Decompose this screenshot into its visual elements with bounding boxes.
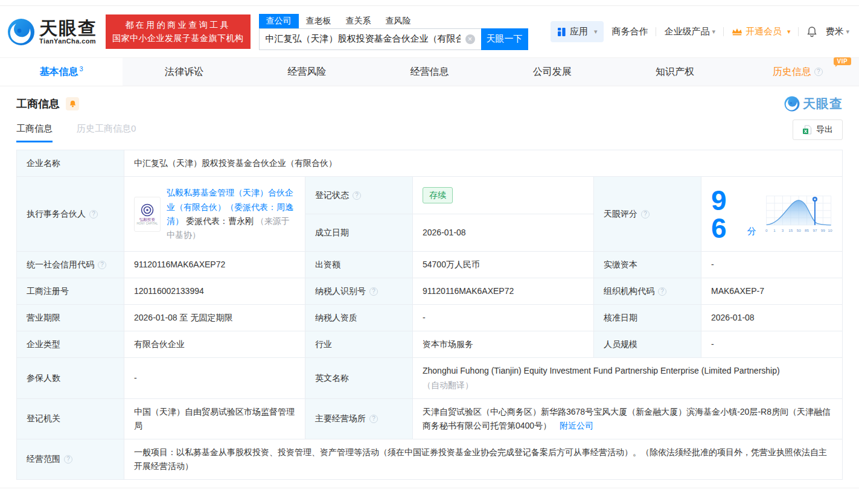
logo-text: 天眼查: [39, 19, 97, 38]
table-row: 参保人数 - 英文名称 Zhonghui Fuhong (Tianjin) Eq…: [17, 358, 843, 398]
tianyancha-logo[interactable]: 天眼查 TianYanCha.com: [7, 18, 97, 46]
org-code-value: MAK6AXEP-7: [701, 278, 843, 305]
logo-subtext: TianYanCha.com: [39, 37, 97, 45]
taxpayer-no-value: 91120116MAK6AXEP72: [413, 278, 594, 305]
score-help-icon[interactable]: [641, 210, 650, 219]
org-code-help-icon[interactable]: [658, 287, 666, 296]
premises-text: 天津自贸试验区（中心商务区）新华路3678号宝风大厦（新金融大厦）滨海基金小镇-…: [423, 407, 831, 430]
nav-divider: [656, 27, 656, 36]
premises-label: 主要经营场所: [305, 398, 413, 439]
premises-help-icon[interactable]: [369, 415, 378, 423]
tab-history-info[interactable]: VIP 历史信息: [736, 58, 859, 86]
top-divider: [0, 0, 859, 6]
tab-basic-info-label: 基本信息: [40, 66, 78, 78]
reg-no-value: 120116002133994: [124, 278, 305, 305]
slogan-line-2: 国家中小企业发展子基金旗下机构: [112, 32, 244, 45]
tab-legal-proceedings[interactable]: 法律诉讼: [123, 58, 245, 86]
managing-partner-label: 执行事务合伙人: [17, 177, 124, 252]
scope-label: 经营范围: [17, 439, 124, 479]
business-cooperation-link[interactable]: 商务合作: [612, 26, 648, 37]
svg-text:1: 1: [773, 228, 776, 232]
vip-badge: VIP: [834, 57, 852, 65]
company-type-label: 企业类型: [17, 331, 124, 358]
established-label: 成立日期: [305, 214, 413, 252]
search-button[interactable]: 天眼一下: [481, 28, 528, 50]
search-tab-boss[interactable]: 查老板: [299, 14, 339, 28]
svg-text:100: 100: [828, 228, 832, 232]
export-label: 导出: [816, 124, 833, 135]
org-code-label: 组织机构代码: [594, 278, 701, 305]
search-input[interactable]: [259, 28, 481, 50]
staff-size-label: 人员规模: [594, 331, 701, 358]
search-area: 查公司 查老板 查关系 查风险 天眼一下: [259, 14, 528, 50]
org-code-label-text: 组织机构代码: [604, 286, 654, 296]
registry-value: 中国（天津）自由贸易试验区市场监督管理局: [124, 398, 305, 439]
tab-operating-info[interactable]: 经营信息: [368, 58, 491, 86]
credit-code-label: 统一社会信用代码: [17, 252, 124, 278]
scope-help-icon[interactable]: [64, 455, 72, 464]
table-row: 统一社会信用代码 91120116MAK6AXEP72 出资额 54700万人民…: [17, 252, 843, 278]
status-badge: 存续: [423, 187, 453, 203]
tab-basic-info[interactable]: 基本信息3: [0, 58, 123, 86]
insured-value: -: [124, 358, 305, 398]
apps-label: 应用: [570, 26, 588, 37]
tab-intellectual-property[interactable]: 知识产权: [613, 58, 736, 86]
tianyancha-logo-icon: [7, 18, 35, 46]
svg-text:15: 15: [788, 228, 793, 232]
section-title: 工商信息: [16, 97, 60, 111]
tab-ip-label: 知识产权: [656, 66, 694, 78]
score-value: 96: [711, 187, 739, 242]
user-menu[interactable]: 费米: [825, 26, 849, 37]
company-type-value: 有限合伙企业: [124, 331, 305, 358]
premises-label-text: 主要经营场所: [315, 413, 366, 423]
term-label: 营业期限: [17, 305, 124, 331]
established-value: 2026-01-08: [413, 214, 594, 252]
nearby-companies-link[interactable]: 附近公司: [560, 421, 593, 430]
clear-search-icon[interactable]: [465, 34, 475, 44]
svg-text:50: 50: [796, 228, 800, 232]
subscribe-bell-icon: [69, 100, 77, 108]
status-label-text: 登记状态: [315, 190, 349, 200]
svg-text:85: 85: [805, 228, 809, 232]
staff-size-value: -: [701, 331, 843, 358]
taxpayer-quality-value: -: [413, 305, 594, 331]
history-help-icon[interactable]: [814, 68, 823, 76]
subscribe-bell-button[interactable]: [66, 97, 79, 110]
watermark-text: 天眼查: [803, 95, 843, 112]
apps-menu[interactable]: 应用: [551, 21, 604, 42]
reg-no-label: 工商注册号: [17, 278, 124, 305]
business-info-section: 工商信息 天眼查 工商信息 历史工商信息0: [0, 86, 859, 488]
subtab-current-business-info[interactable]: 工商信息: [16, 123, 53, 142]
search-tab-company[interactable]: 查公司: [259, 14, 299, 28]
managing-partner-cell: 弘毅投资 HONY CAPITAL 弘毅私募基金管理（天津）合伙企业（有限合伙）…: [124, 177, 305, 252]
taxpayer-no-label: 纳税人识别号: [305, 278, 413, 305]
tab-development-label: 公司发展: [533, 66, 572, 78]
watermark-logo-icon: [784, 96, 800, 112]
crown-icon: [732, 27, 742, 36]
export-button[interactable]: 导出: [793, 120, 843, 140]
notification-bell[interactable]: [806, 26, 817, 37]
username-label: 费米: [825, 26, 843, 37]
scope-value: 一般项目：以私募基金从事股权投资、投资管理、资产管理等活动（须在中国证券投资基金…: [124, 439, 843, 479]
tab-operating-risk[interactable]: 经营风险: [246, 58, 368, 86]
managing-partner-help-icon[interactable]: [89, 210, 98, 219]
status-help-icon[interactable]: [353, 191, 361, 200]
tab-company-development[interactable]: 公司发展: [491, 58, 613, 86]
nav-divider: [723, 27, 724, 36]
credit-code-help-icon[interactable]: [98, 261, 106, 269]
svg-text:0: 0: [765, 228, 768, 232]
nav-divider: [798, 27, 799, 36]
subtab-history-business-info[interactable]: 历史工商信息0: [77, 123, 136, 142]
svg-text:3: 3: [781, 228, 784, 232]
search-tab-relation[interactable]: 查关系: [339, 14, 378, 28]
search-tab-risk[interactable]: 查风险: [378, 14, 418, 28]
premises-value: 天津自贸试验区（中心商务区）新华路3678号宝风大厦（新金融大厦）滨海基金小镇-…: [413, 398, 843, 439]
partner-logo-icon: [140, 203, 155, 217]
open-vip-link[interactable]: 开通会员: [732, 26, 791, 37]
table-row: 登记机关 中国（天津）自由贸易试验区市场监督管理局 主要经营场所 天津自贸试验区…: [17, 398, 843, 439]
enterprise-products-label: 企业级产品: [664, 26, 709, 37]
company-name-value: 中汇复弘（天津）股权投资基金合伙企业（有限合伙）: [124, 150, 843, 177]
taxpayer-no-help-icon[interactable]: [369, 287, 378, 296]
apps-grid-icon: [557, 27, 566, 37]
enterprise-products-menu[interactable]: 企业级产品: [664, 26, 715, 37]
